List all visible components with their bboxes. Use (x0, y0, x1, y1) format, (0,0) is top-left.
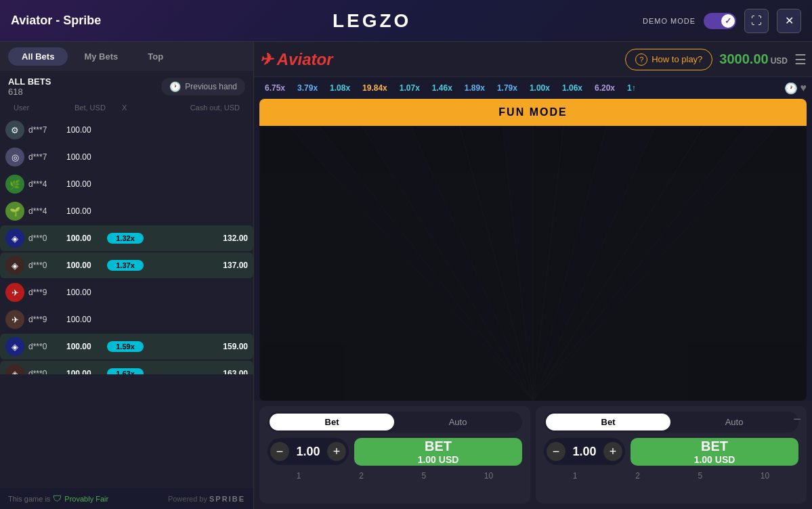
tab-my-bets[interactable]: My Bets (70, 47, 131, 66)
bet-amount: 100.00 (66, 288, 107, 297)
left-footer: This game is 🛡 Provably Fair Powered by … (0, 488, 253, 509)
menu-button[interactable]: ☰ (794, 51, 807, 68)
betting-area: Bet Auto − 1.00 + BET 1.00 USD 1 (254, 401, 812, 509)
spribe-label: SPRIBE (209, 495, 245, 503)
avatar: ◎ (5, 148, 24, 167)
bet-tab-2-bet[interactable]: Bet (546, 414, 670, 430)
username: d***9 (28, 315, 66, 324)
cashout-amount: 132.00 (144, 234, 248, 243)
multiplier-badge-7[interactable]: 1.79x (492, 81, 523, 95)
cashout-amount: 137.00 (144, 261, 248, 270)
table-header: User Bet, USD X Cash out, USD (8, 101, 245, 114)
col-header-cashout: Cash out, USD (163, 104, 240, 112)
favorite-icon-button[interactable]: ♥ (800, 82, 807, 94)
multiplier-tag: 1.59x (107, 341, 144, 352)
fair-label: This game is (8, 495, 50, 503)
cashout-amount: 163.00 (144, 369, 248, 374)
cashout-amount: 159.00 (144, 342, 248, 351)
decrease-amount-2[interactable]: − (547, 442, 565, 461)
bets-list: ⚙ d***7 100.00 ◎ d***7 100.00 🌿 d***4 10… (0, 117, 253, 374)
multiplier-badge-6[interactable]: 1.89x (459, 81, 490, 95)
remove-panel-2-button[interactable]: − (793, 412, 801, 427)
bet-tab-1-auto[interactable]: Auto (396, 414, 520, 430)
username: d***7 (28, 152, 66, 162)
quick-amounts-1: 1 2 5 10 (268, 471, 522, 481)
bet-amount: 100.00 (66, 152, 107, 162)
bet-amount: 100.00 (66, 315, 107, 324)
increase-amount-1[interactable]: + (327, 442, 346, 461)
table-row: 🌱 d***4 100.00 (0, 198, 253, 224)
amount-value-1: 1.00 (295, 445, 322, 459)
bet-tabs-1: Bet Auto (268, 412, 522, 433)
how-to-play-button[interactable]: ? How to play? (625, 49, 712, 70)
bet-amount: 100.00 (66, 179, 107, 189)
multiplier-badge-2[interactable]: 1.08x (324, 81, 356, 95)
username: d***4 (28, 179, 66, 189)
logo-area: LEGZO (101, 10, 643, 32)
username: d***0 (28, 369, 66, 374)
multiplier-bar-right-controls: 🕐 ♥ (784, 82, 807, 95)
quick-amounts-2: 1 2 5 10 (544, 471, 798, 481)
increase-amount-2[interactable]: + (603, 442, 622, 461)
bet-amount: 100.00 (66, 234, 107, 243)
window-title: Aviator - Spribe (11, 14, 101, 28)
close-button[interactable]: ✕ (777, 9, 801, 33)
multiplier-badge-11[interactable]: 1↑ (622, 81, 641, 95)
bets-section-header: ALL BETS 618 🕐 Previous hand User Bet, U… (0, 71, 253, 117)
bets-title: ALL BETS (8, 76, 51, 87)
bets-title-group: ALL BETS 618 (8, 76, 51, 97)
tab-top[interactable]: Top (134, 47, 177, 66)
aviator-logo: ✈ Aviator (259, 50, 333, 69)
multiplier-badge-0[interactable]: 6.75x (259, 81, 291, 95)
previous-hand-button[interactable]: 🕐 Previous hand (161, 78, 245, 95)
avatar: ✈ (5, 283, 24, 302)
table-row: ◈ d***0 100.00 1.59x 159.00 (0, 334, 253, 359)
table-row: ✈ d***9 100.00 (0, 280, 253, 305)
avatar: 🌱 (5, 202, 24, 221)
bet-amount: 100.00 (66, 261, 107, 270)
avatar: ◈ (5, 229, 24, 248)
avatar: ⚙ (5, 120, 24, 139)
multiplier-tag: 1.32x (107, 233, 144, 244)
amount-value-2: 1.00 (571, 445, 598, 459)
provably-fair: This game is 🛡 Provably Fair (8, 493, 108, 504)
bet-amount: 100.00 (66, 206, 107, 216)
multiplier-badge-1[interactable]: 3.79x (292, 81, 323, 95)
username: d***7 (28, 125, 66, 135)
tab-all-bets[interactable]: All Bets (8, 47, 68, 66)
history-icon-button[interactable]: 🕐 (784, 82, 798, 95)
bet-button-2[interactable]: BET 1.00 USD (631, 438, 798, 466)
multiplier-badge-9[interactable]: 1.06x (557, 81, 588, 95)
header-right: ? How to play? 3000.00USD ☰ (625, 49, 807, 70)
amount-control-1: − 1.00 + (268, 438, 349, 465)
right-header-row: ✈ Aviator ? How to play? 3000.00USD ☰ (254, 42, 812, 77)
bet-tab-1-bet[interactable]: Bet (270, 414, 394, 430)
bet-controls-2: − 1.00 + BET 1.00 USD (544, 438, 798, 466)
table-row: ⚙ d***7 100.00 (0, 117, 253, 143)
col-header-x: X (122, 104, 163, 112)
multiplier-badge-5[interactable]: 1.46x (427, 81, 458, 95)
bet-tab-2-auto[interactable]: Auto (672, 414, 796, 430)
title-bar: Aviator - Spribe LEGZO DEMO MODE ⛶ ✕ (0, 0, 812, 42)
multiplier-badge-10[interactable]: 6.20x (589, 81, 620, 95)
table-row: ◈ d***0 100.00 1.32x 132.00 (0, 225, 253, 251)
casino-logo: LEGZO (333, 10, 411, 32)
bets-header: ALL BETS 618 🕐 Previous hand (8, 76, 245, 97)
col-header-bet: Bet, USD (74, 104, 122, 112)
avatar: ◈ (5, 256, 24, 275)
fullscreen-button[interactable]: ⛶ (744, 9, 769, 33)
avatar: ◈ (5, 337, 24, 356)
fun-mode-banner: FUN MODE (259, 99, 807, 126)
table-row: ◈ d***0 100.00 1.63x 163.00 (0, 361, 253, 374)
col-header-user: User (14, 104, 74, 112)
multiplier-badge-3[interactable]: 19.84x (357, 81, 393, 95)
multiplier-tag: 1.63x (107, 368, 144, 374)
decrease-amount-1[interactable]: − (270, 442, 289, 461)
bets-count: 618 (8, 87, 51, 97)
demo-mode-label: DEMO MODE (643, 17, 696, 25)
multiplier-badge-8[interactable]: 1.00x (524, 81, 555, 95)
multiplier-badge-4[interactable]: 1.07x (394, 81, 425, 95)
multiplier-tag: 1.37x (107, 260, 144, 271)
demo-mode-toggle[interactable] (704, 13, 736, 29)
bet-button-1[interactable]: BET 1.00 USD (354, 438, 522, 466)
